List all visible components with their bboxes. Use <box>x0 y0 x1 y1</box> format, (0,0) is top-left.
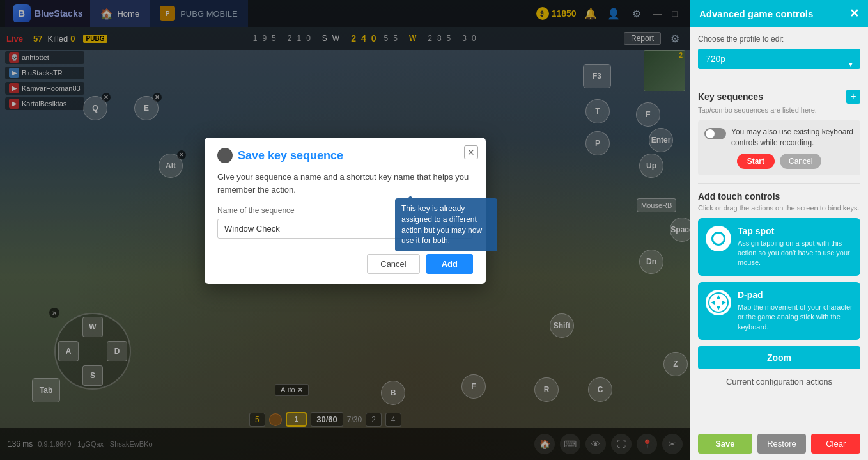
svg-marker-4 <box>722 301 726 305</box>
touch-controls-header: Add touch controls <box>698 191 860 202</box>
tap-spot-card[interactable]: Tap spot Assign tapping on a spot with t… <box>698 218 860 276</box>
right-panel: Advanced game controls ✕ Choose the prof… <box>690 0 868 460</box>
record-row: You may also use existing keyboard contr… <box>704 127 854 148</box>
dialog-footer: Cancel Add <box>205 246 486 284</box>
panel-close-btn[interactable]: ✕ <box>849 6 859 20</box>
svg-marker-3 <box>711 301 715 305</box>
touch-controls-title: Add touch controls <box>698 191 780 202</box>
record-cancel-btn[interactable]: Cancel <box>780 154 821 169</box>
key-conflict-tooltip: This key is already assigned to a differ… <box>395 198 497 251</box>
dpad-svg-icon <box>708 292 729 313</box>
config-actions-title: Current configuration actions <box>698 377 860 386</box>
svg-marker-2 <box>717 306 720 310</box>
dpad-card[interactable]: D-pad Map the movement of your character… <box>698 282 860 340</box>
dialog-add-btn[interactable]: Add <box>426 254 473 274</box>
tap-spot-icon <box>706 226 731 251</box>
record-start-btn[interactable]: Start <box>737 154 775 169</box>
tap-spot-circle-icon <box>711 232 725 246</box>
key-sequences-header: Key sequences + <box>698 90 860 104</box>
tap-spot-info: Tap spot Assign tapping on a spot with t… <box>738 226 853 268</box>
clear-button[interactable]: Clear <box>811 434 860 454</box>
panel-footer: Save Restore Clear <box>690 427 868 460</box>
tap-spot-desc: Assign tapping on a spot with this actio… <box>738 239 853 268</box>
record-toggle-text: You may also use existing keyboard contr… <box>731 127 854 148</box>
dpad-card-name: D-pad <box>738 290 853 300</box>
dialog-description: Give your sequence a name and a shortcut… <box>217 171 473 196</box>
panel-title: Advanced game controls <box>699 8 813 19</box>
record-toggle[interactable] <box>704 128 726 139</box>
dpad-card-info: D-pad Map the movement of your character… <box>738 290 853 332</box>
key-sequences-title: Key sequences <box>698 91 763 102</box>
dialog-cancel-btn[interactable]: Cancel <box>367 254 419 274</box>
restore-button[interactable]: Restore <box>757 434 807 454</box>
panel-body: Choose the profile to edit 720p Key sequ… <box>690 27 868 427</box>
profile-select[interactable]: 720p <box>698 49 860 69</box>
dpad-card-desc: Map the movement of your character or th… <box>738 303 853 332</box>
touch-controls-sub: Click or drag the actions on the screen … <box>698 204 860 212</box>
zoom-btn[interactable]: Zoom <box>698 346 860 369</box>
record-buttons: Start Cancel <box>704 154 854 169</box>
save-button[interactable]: Save <box>698 434 752 454</box>
divider-1 <box>698 183 860 184</box>
dialog-overlay: Save key sequence ✕ Give your sequence a… <box>0 0 690 460</box>
dpad-card-icon <box>706 290 731 315</box>
dialog-header: Save key sequence ✕ <box>205 138 486 163</box>
record-box: You may also use existing keyboard contr… <box>698 120 860 175</box>
panel-header: Advanced game controls ✕ <box>690 0 868 27</box>
tooltip-text: This key is already assigned to a differ… <box>401 204 482 245</box>
svg-marker-1 <box>717 295 720 299</box>
profile-select-wrap: 720p <box>698 49 860 79</box>
dialog-icon <box>217 148 233 163</box>
profile-label: Choose the profile to edit <box>698 35 860 44</box>
dialog-title: Save key sequence <box>238 149 343 163</box>
add-key-sequence-btn[interactable]: + <box>846 90 860 104</box>
tap-spot-name: Tap spot <box>738 226 853 236</box>
key-sequences-sub: Tap/combo sequences are listed here. <box>698 106 860 114</box>
dialog-close-btn[interactable]: ✕ <box>464 145 478 159</box>
game-area: B BlueStacks 🏠 Home P PUBG MOBILE ₿ 1185… <box>0 0 690 460</box>
